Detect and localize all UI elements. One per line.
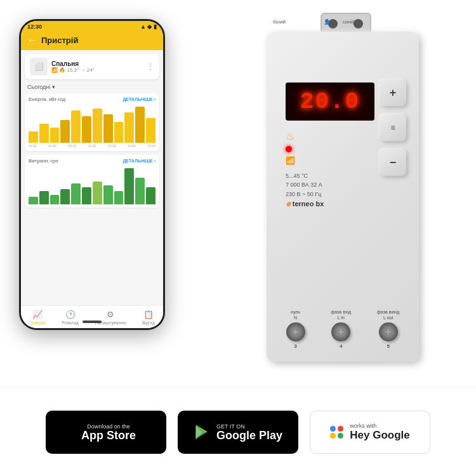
brand-logo: ⊛ xyxy=(286,201,293,208)
main-container: 12:30 ▲ ◆ ▮ ← Пристрій ⬜ Спальня xyxy=(0,0,476,476)
google-play-icon xyxy=(194,423,211,441)
device-hardware: білий 👤 синій 20.0 °C + xyxy=(254,13,438,374)
bar xyxy=(60,120,70,143)
terminal-screw-4 xyxy=(331,322,350,341)
bar xyxy=(103,114,113,143)
status-red-dot xyxy=(286,146,292,152)
terminal-number-3: 3 xyxy=(294,343,296,349)
menu-button[interactable]: ≡ xyxy=(380,114,406,141)
display-temperature: 20.0 xyxy=(300,89,360,115)
chart-header: Енергія, кВт·год ДЕТАЛЬНІШЕ › xyxy=(29,96,155,102)
nav-disconnect[interactable]: 📋 Відʼєд xyxy=(142,310,155,326)
nav-graphs-label: Графіки xyxy=(29,321,45,325)
device-card[interactable]: ⬜ Спальня 📶 🔥 15,3° → 24° ⋮ xyxy=(25,54,159,79)
costs-chart-title: Витрати, грн xyxy=(29,158,58,164)
terminal-null-label: нульN xyxy=(291,309,300,321)
terminal-section: нульN 3 фаза вхідL in 4 фаза вихідL out xyxy=(273,309,413,349)
bar xyxy=(82,116,91,143)
app-store-line2: App Store xyxy=(81,430,136,441)
google-play-line2: Google Play xyxy=(216,430,282,441)
app-store-badge[interactable]: Download on the App Store xyxy=(46,411,166,454)
bar xyxy=(82,187,91,204)
bar xyxy=(146,118,155,143)
terminal-l-in: фаза вхідL in 4 xyxy=(331,309,351,349)
graphs-icon: 📈 xyxy=(32,310,43,319)
device-main-body: 20.0 °C + ≡ − ♨ xyxy=(267,32,419,362)
google-play-line1: GET IT ON xyxy=(216,423,282,430)
specs-text: 5...45 °C 7 000 ВА 32 А 230 В ~ 50 Гц xyxy=(286,171,322,199)
device-body: білий 👤 синій 20.0 °C + xyxy=(254,13,438,374)
brand-text: ⊛ terneo bx xyxy=(286,200,324,208)
minus-button[interactable]: − xyxy=(380,149,406,176)
wifi-icon-device: 📶 xyxy=(286,156,295,165)
nav-schedule[interactable]: 🕐 Розклад xyxy=(62,310,79,326)
energy-chart-title: Енергія, кВт·год xyxy=(29,96,65,102)
bottom-nav: 📈 Графіки 🕐 Розклад ⚙ Налаштування 📋 Від… xyxy=(21,305,163,328)
bar xyxy=(93,109,102,143)
device-more-icon[interactable]: ⋮ xyxy=(147,62,154,71)
phone-screen: 12:30 ▲ ◆ ▮ ← Пристрій ⬜ Спальня xyxy=(21,21,163,328)
device-name: Спальня xyxy=(51,60,143,67)
bar xyxy=(39,124,49,143)
status-area: ♨ 📶 xyxy=(286,130,295,165)
costs-bar-chart xyxy=(29,166,155,204)
bar xyxy=(124,168,134,204)
voltage-spec: 230 В ~ 50 Гц xyxy=(286,190,322,199)
device-info: Спальня 📶 🔥 15,3° → 24° xyxy=(51,60,143,73)
terminal-screw-5 xyxy=(379,322,398,341)
nav-settings[interactable]: ⚙ Налаштування xyxy=(95,310,126,326)
device-icon: ⬜ xyxy=(30,58,48,76)
terminal-number-5: 5 xyxy=(387,343,390,349)
bar xyxy=(135,178,145,204)
nav-disconnect-label: Відʼєд xyxy=(142,321,155,326)
terminal-null: нульN 3 xyxy=(286,309,305,349)
bar xyxy=(114,191,124,204)
terminal-number-4: 4 xyxy=(340,343,342,349)
wire-diagram: білий 👤 синій xyxy=(273,19,355,25)
settings-icon: ⚙ xyxy=(107,310,114,319)
costs-chart-link[interactable]: ДЕТАЛЬНІШЕ › xyxy=(122,159,155,163)
plus-button[interactable]: + xyxy=(380,79,406,106)
bar xyxy=(71,110,81,143)
bar xyxy=(146,187,155,204)
status-bar: 12:30 ▲ ◆ ▮ xyxy=(21,21,163,31)
bar xyxy=(29,131,38,143)
display-area: 20.0 xyxy=(286,83,374,121)
disconnect-icon: 📋 xyxy=(143,310,154,319)
schedule-icon: 🕐 xyxy=(65,310,76,319)
google-dots xyxy=(330,426,343,439)
costs-chart-section: Витрати, грн ДЕТАЛЬНІШЕ › xyxy=(25,155,159,208)
terminal-l-out: фаза вихідL out 5 xyxy=(377,309,399,349)
terminal-lin-label: фаза вхідL in xyxy=(331,309,351,321)
app-title: Пристрій xyxy=(41,36,78,45)
product-area: 12:30 ▲ ◆ ▮ ← Пристрій ⬜ Спальня xyxy=(0,0,476,387)
wire-blue-label: синій xyxy=(343,19,355,25)
power-spec: 7 000 ВА 32 А xyxy=(286,180,322,189)
wire-white-label: білий xyxy=(273,19,286,25)
hey-google-name: Hey Google xyxy=(350,429,409,442)
hey-google-badge[interactable]: works with Hey Google xyxy=(310,411,430,454)
energy-bar-chart xyxy=(29,105,155,143)
bar xyxy=(124,112,134,143)
wifi-status-icon: 📶 🔥 xyxy=(51,67,65,73)
works-with-label: works with xyxy=(350,423,409,429)
bar xyxy=(93,182,102,204)
today-filter[interactable]: Сьогодні ▾ xyxy=(21,82,163,92)
energy-chart-link[interactable]: ДЕТАЛЬНІШЕ › xyxy=(122,97,155,102)
back-button[interactable]: ← xyxy=(27,35,36,45)
heat-icon: ♨ xyxy=(286,130,295,142)
bar xyxy=(135,107,145,143)
bar xyxy=(71,183,81,204)
temp-range: 5...45 °C xyxy=(286,171,322,180)
bar xyxy=(114,122,124,143)
bar xyxy=(60,189,70,204)
status-icons: ▲ ◆ ▮ xyxy=(140,23,157,30)
brand-name: terneo bx xyxy=(293,200,324,208)
nav-graphs[interactable]: 📈 Графіки xyxy=(29,310,45,326)
bar xyxy=(50,128,60,143)
phone-home-bar xyxy=(83,321,102,323)
energy-chart-section: Енергія, кВт·год ДЕТАЛЬНІШЕ › xyxy=(25,93,159,151)
badges-area: Download on the App Store GET IT ON Goog… xyxy=(0,387,476,476)
google-play-badge[interactable]: GET IT ON Google Play xyxy=(178,411,298,454)
terminal-screw-3 xyxy=(286,322,305,341)
